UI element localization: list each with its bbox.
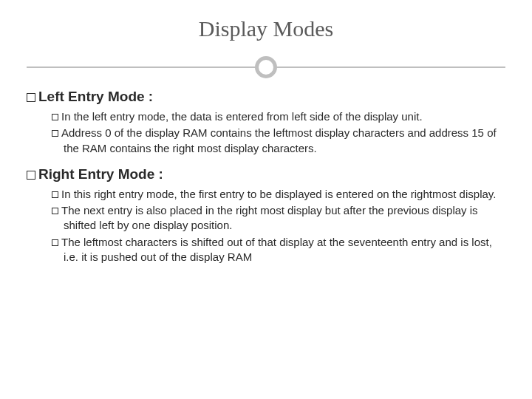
section-heading-left-entry: Left Entry Mode : (27, 89, 505, 105)
sub-list: In the left entry mode, the data is ente… (52, 109, 505, 156)
content-area: Left Entry Mode : In the left entry mode… (27, 89, 505, 265)
item-text: Address 0 of the display RAM contains th… (61, 126, 497, 154)
section-heading-text: Right Entry Mode : (38, 166, 163, 183)
list-item: Address 0 of the display RAM contains th… (52, 126, 505, 156)
list-item: The leftmost characters is shifted out o… (52, 235, 505, 265)
square-bullet-icon (52, 191, 58, 198)
list-item: In this right entry mode, the first entr… (52, 187, 505, 202)
list-item: The next entry is also placed in the rig… (52, 203, 505, 233)
square-bullet-icon (52, 114, 58, 120)
square-bullet-icon (27, 171, 35, 180)
slide: Display Modes Left Entry Mode : In the l… (0, 0, 532, 399)
section-heading-text: Left Entry Mode : (38, 89, 153, 105)
square-bullet-icon (52, 239, 58, 246)
slide-title: Display Modes (27, 16, 505, 41)
square-bullet-icon (52, 208, 58, 214)
divider (27, 55, 505, 80)
item-text: In the left entry mode, the data is ente… (61, 110, 423, 123)
item-text: The leftmost characters is shifted out o… (61, 236, 492, 263)
divider-circle-icon (255, 56, 277, 78)
section-heading-right-entry: Right Entry Mode : (27, 166, 505, 183)
square-bullet-icon (52, 130, 58, 137)
square-bullet-icon (27, 93, 35, 102)
item-text: In this right entry mode, the first entr… (61, 188, 496, 200)
sub-list: In this right entry mode, the first entr… (52, 187, 505, 265)
list-item: In the left entry mode, the data is ente… (52, 109, 505, 124)
item-text: The next entry is also placed in the rig… (61, 204, 478, 231)
